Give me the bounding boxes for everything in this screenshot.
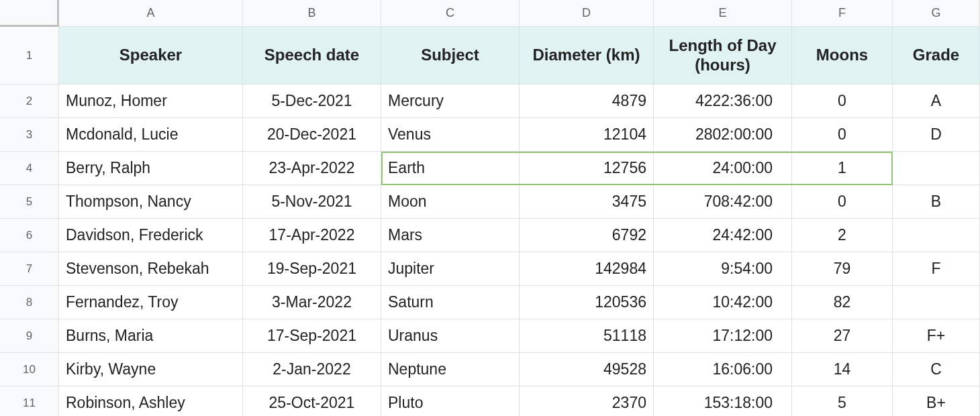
cell-grade[interactable]	[893, 219, 980, 252]
cell-moons[interactable]: 0	[792, 85, 893, 118]
header-cell-subject[interactable]: Subject	[381, 27, 520, 85]
row-header[interactable]: 1	[0, 27, 59, 85]
cell-subject[interactable]: Uranus	[381, 319, 520, 353]
column-header[interactable]: F	[792, 0, 893, 27]
row-header[interactable]: 4	[0, 152, 59, 185]
cell-diameter[interactable]: 3475	[520, 185, 654, 219]
cell-grade[interactable]: F+	[893, 319, 980, 353]
cell-subject[interactable]: Earth	[381, 152, 520, 185]
cell-moons[interactable]: 82	[792, 286, 893, 319]
cell-subject[interactable]: Venus	[381, 118, 520, 152]
cell-diameter[interactable]: 2370	[520, 386, 654, 416]
cell-grade[interactable]: A	[893, 85, 980, 118]
row-header[interactable]: 3	[0, 118, 59, 152]
row-header[interactable]: 9	[0, 319, 59, 353]
cell-speaker[interactable]: Kirby, Wayne	[59, 353, 243, 386]
header-cell-grade[interactable]: Grade	[893, 27, 980, 85]
cell-date[interactable]: 5-Dec-2021	[243, 85, 381, 118]
cell-date[interactable]: 5-Nov-2021	[243, 185, 381, 219]
cell-moons[interactable]: 2	[792, 219, 893, 252]
cell-diameter[interactable]: 4879	[520, 85, 654, 118]
cell-moons[interactable]: 0	[792, 185, 893, 219]
cell-speaker[interactable]: Stevenson, Rebekah	[59, 252, 243, 286]
column-header[interactable]: B	[243, 0, 381, 27]
cell-day-length[interactable]: 4222:36:00	[654, 85, 792, 118]
column-header[interactable]: E	[654, 0, 792, 27]
spreadsheet-grid[interactable]: A B C D E F G 1 Speaker Speech date Subj…	[0, 0, 980, 416]
header-cell-day-length[interactable]: Length of Day (hours)	[654, 27, 792, 85]
cell-day-length[interactable]: 24:00:00	[654, 152, 792, 185]
cell-grade[interactable]: B	[893, 185, 980, 219]
cell-grade[interactable]	[893, 286, 980, 319]
cell-speaker[interactable]: Berry, Ralph	[59, 152, 243, 185]
header-cell-moons[interactable]: Moons	[792, 27, 893, 85]
row-header[interactable]: 11	[0, 386, 59, 416]
cell-speaker[interactable]: Fernandez, Troy	[59, 286, 243, 319]
cell-diameter[interactable]: 120536	[520, 286, 654, 319]
cell-diameter[interactable]: 12104	[520, 118, 654, 152]
cell-subject[interactable]: Mars	[381, 219, 520, 252]
row-header[interactable]: 5	[0, 185, 59, 219]
cell-moons[interactable]: 14	[792, 353, 893, 386]
cell-speaker[interactable]: Robinson, Ashley	[59, 386, 243, 416]
cell-date[interactable]: 20-Dec-2021	[243, 118, 381, 152]
cell-moons[interactable]: 27	[792, 319, 893, 353]
row-header[interactable]: 8	[0, 286, 59, 319]
cell-grade[interactable]: C	[893, 353, 980, 386]
cell-speaker[interactable]: Davidson, Frederick	[59, 219, 243, 252]
column-header[interactable]: A	[59, 0, 243, 27]
select-all-corner[interactable]	[0, 0, 59, 27]
cell-grade[interactable]: B+	[893, 386, 980, 416]
cell-diameter[interactable]: 51118	[520, 319, 654, 353]
cell-day-length[interactable]: 9:54:00	[654, 252, 792, 286]
cell-subject[interactable]: Pluto	[381, 386, 520, 416]
cell-diameter[interactable]: 49528	[520, 353, 654, 386]
cell-date[interactable]: 17-Sep-2021	[243, 319, 381, 353]
cell-date[interactable]: 19-Sep-2021	[243, 252, 381, 286]
cell-grade[interactable]: D	[893, 118, 980, 152]
cell-speaker[interactable]: Mcdonald, Lucie	[59, 118, 243, 152]
header-cell-speaker[interactable]: Speaker	[59, 27, 243, 85]
cell-day-length[interactable]: 10:42:00	[654, 286, 792, 319]
cell-day-length[interactable]: 708:42:00	[654, 185, 792, 219]
cell-day-length[interactable]: 153:18:00	[654, 386, 792, 416]
cell-diameter[interactable]: 142984	[520, 252, 654, 286]
cell-day-length[interactable]: 17:12:00	[654, 319, 792, 353]
cell-moons[interactable]: 79	[792, 252, 893, 286]
cell-date[interactable]: 25-Oct-2021	[243, 386, 381, 416]
cell-subject[interactable]: Neptune	[381, 353, 520, 386]
row-header[interactable]: 7	[0, 252, 59, 286]
cell-subject[interactable]: Jupiter	[381, 252, 520, 286]
cell-grade[interactable]	[893, 152, 980, 185]
cell-subject[interactable]: Moon	[381, 185, 520, 219]
row-header[interactable]: 2	[0, 85, 59, 118]
cell-diameter[interactable]: 12756	[520, 152, 654, 185]
cell-diameter[interactable]: 6792	[520, 219, 654, 252]
cell-subject[interactable]: Saturn	[381, 286, 520, 319]
row-header[interactable]: 6	[0, 219, 59, 252]
cell-speaker[interactable]: Burns, Maria	[59, 319, 243, 353]
column-header[interactable]: C	[381, 0, 520, 27]
cell-moons[interactable]: 0	[792, 118, 893, 152]
header-cell-speech-date[interactable]: Speech date	[243, 27, 381, 85]
cell-speaker[interactable]: Munoz, Homer	[59, 85, 243, 118]
cell-grade[interactable]: F	[893, 252, 980, 286]
cell-subject[interactable]: Mercury	[381, 85, 520, 118]
cell-day-length[interactable]: 24:42:00	[654, 219, 792, 252]
column-header[interactable]: D	[520, 0, 654, 27]
cell-date[interactable]: 2-Jan-2022	[243, 353, 381, 386]
cell-speaker[interactable]: Thompson, Nancy	[59, 185, 243, 219]
row-header[interactable]: 10	[0, 353, 59, 386]
cell-date[interactable]: 23-Apr-2022	[243, 152, 381, 185]
cell-moons[interactable]: 1	[792, 152, 893, 185]
cell-date[interactable]: 17-Apr-2022	[243, 219, 381, 252]
cell-day-length[interactable]: 2802:00:00	[654, 118, 792, 152]
cell-day-length[interactable]: 16:06:00	[654, 353, 792, 386]
cell-date[interactable]: 3-Mar-2022	[243, 286, 381, 319]
header-cell-diameter[interactable]: Diameter (km)	[520, 27, 654, 85]
column-header[interactable]: G	[893, 0, 980, 27]
cell-moons[interactable]: 5	[792, 386, 893, 416]
